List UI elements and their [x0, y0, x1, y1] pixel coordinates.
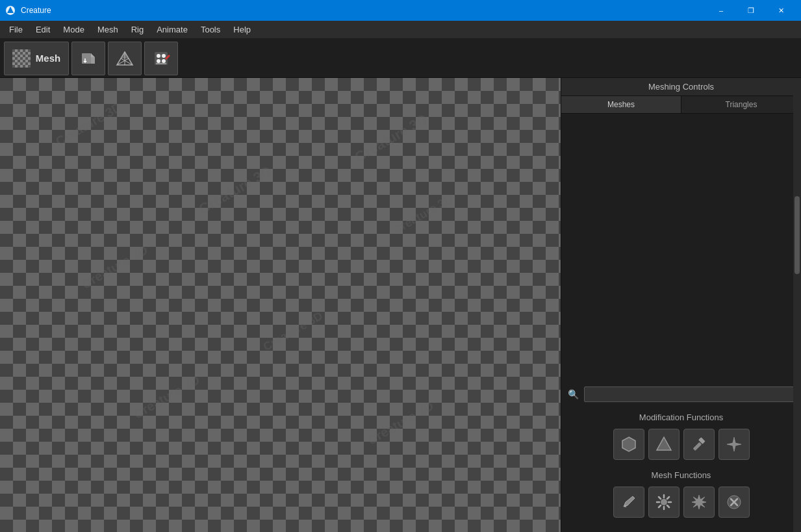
right-panel: Meshing Controls Meshes Triangles 🔍 Modi…: [561, 78, 801, 532]
watermark-1: Creature 3D: [53, 99, 125, 149]
mesh-list-area: [568, 120, 795, 192]
hexagon-icon: [620, 436, 637, 453]
explosion-icon: [691, 494, 707, 511]
svg-rect-1: [82, 53, 91, 64]
menu-file[interactable]: File: [3, 21, 29, 39]
panel-tabs: Meshes Triangles: [561, 96, 801, 114]
watermark-5: Creature 3D: [131, 372, 203, 422]
svg-marker-13: [622, 437, 635, 451]
panel-header: Meshing Controls: [561, 78, 801, 96]
svg-marker-14: [657, 437, 671, 450]
watermark-4: Creature 3D: [261, 309, 325, 354]
menu-edit[interactable]: Edit: [29, 21, 57, 39]
menu-mode[interactable]: Mode: [57, 21, 91, 39]
hammer-icon: [691, 436, 707, 453]
minimize-button[interactable]: –: [706, 0, 736, 21]
pencil-icon: [620, 494, 637, 511]
close-button[interactable]: ✕: [766, 0, 796, 21]
mesh-func-btn-1[interactable]: [613, 487, 644, 518]
mesh-checker-icon: [12, 49, 31, 68]
panel-content: 🔍 Modification Functions: [561, 114, 801, 532]
mod-func-btn-1[interactable]: [613, 429, 644, 460]
menu-rig[interactable]: Rig: [125, 21, 151, 39]
menu-animate[interactable]: Animate: [150, 21, 194, 39]
mesh-functions-row: [568, 487, 795, 518]
starburst-icon: [655, 494, 672, 511]
mesh-functions-title: Mesh Functions: [568, 470, 795, 480]
toolbar-mesh-label: Mesh: [36, 53, 60, 64]
svg-point-12: [162, 59, 166, 63]
main-area: Creature 3D Creature 3D Creature 3D Crea…: [0, 78, 801, 532]
modification-functions-row: [568, 429, 795, 460]
mesh-func-btn-2[interactable]: [648, 487, 680, 518]
x-icon: [726, 494, 743, 511]
watermark-7: Creature 3D: [391, 192, 455, 237]
menu-mesh[interactable]: Mesh: [91, 21, 125, 39]
tab-triangles[interactable]: Triangles: [681, 96, 801, 113]
menu-tools[interactable]: Tools: [194, 21, 227, 39]
search-icon: 🔍: [568, 389, 579, 399]
triangle-icon: [655, 436, 672, 453]
toolbar: Mesh: [0, 39, 801, 78]
panel-scrollbar-thumb[interactable]: [795, 196, 800, 274]
svg-point-10: [162, 54, 166, 58]
titlebar-left: Creature: [5, 5, 51, 16]
svg-rect-15: [693, 442, 701, 451]
mesh-func-btn-4[interactable]: [718, 487, 750, 518]
tab-meshes[interactable]: Meshes: [561, 96, 681, 113]
svg-point-9: [157, 54, 160, 58]
search-input[interactable]: [584, 386, 795, 402]
titlebar-title: Creature: [21, 6, 51, 15]
mod-func-btn-2[interactable]: [648, 429, 680, 460]
modification-functions-title: Modification Functions: [568, 412, 795, 422]
svg-point-11: [157, 59, 160, 63]
titlebar-controls: – ❐ ✕: [706, 0, 796, 21]
watermark-6: Creature 3D: [352, 111, 431, 166]
toolbar-mesh-button[interactable]: Mesh: [4, 42, 69, 75]
svg-point-17: [661, 499, 667, 505]
menu-help[interactable]: Help: [227, 21, 257, 39]
restore-button[interactable]: ❐: [736, 0, 766, 21]
mesh-func-btn-3[interactable]: [683, 487, 715, 518]
panel-scrollbar[interactable]: [793, 78, 801, 532]
import-icon: [79, 49, 97, 68]
toolbar-paint-button[interactable]: [144, 42, 178, 75]
canvas-area[interactable]: Creature 3D Creature 3D Creature 3D Crea…: [0, 78, 561, 532]
watermark-3: Creature 3D: [79, 242, 151, 292]
titlebar: Creature – ❐ ✕: [0, 0, 801, 21]
toolbar-import-button[interactable]: [71, 42, 105, 75]
svg-rect-2: [91, 57, 95, 64]
triangulate-icon: [116, 49, 134, 68]
watermark-2: Creature 3D: [196, 163, 275, 218]
mod-func-btn-4[interactable]: [718, 429, 750, 460]
app-icon: [5, 5, 16, 16]
sparkle-icon: [726, 436, 743, 453]
mod-func-btn-3[interactable]: [683, 429, 715, 460]
paint-icon: [152, 49, 170, 68]
watermark-8: Creature 3D: [365, 398, 437, 448]
toolbar-triangulate-button[interactable]: [108, 42, 142, 75]
menubar: File Edit Mode Mesh Rig Animate Tools He…: [0, 21, 801, 39]
search-row: 🔍: [568, 192, 795, 402]
